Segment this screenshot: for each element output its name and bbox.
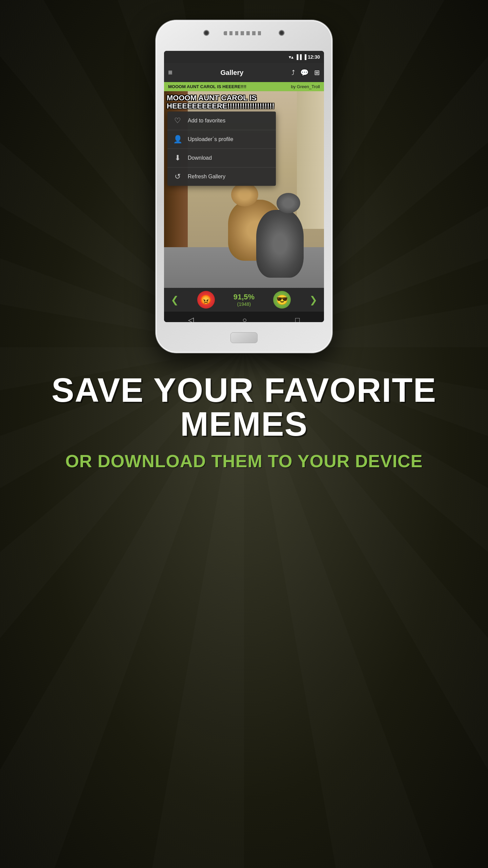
refresh-icon: ↺: [173, 172, 182, 181]
menu-item-refresh[interactable]: ↺ Refresh Gallery: [167, 167, 276, 186]
front-camera: [203, 30, 209, 36]
home-button[interactable]: [230, 332, 258, 343]
menu-item-favorites[interactable]: ♡ Add to favorites: [167, 112, 276, 130]
battery-icon: ▐: [303, 54, 306, 60]
context-menu: ♡ Add to favorites 👤 Upsloader´s profile…: [167, 112, 276, 186]
toolbar-action-icons: ⤴ 💬 ⊞: [291, 68, 320, 77]
clock: 12:30: [308, 54, 320, 60]
rating-display: 91,5% (1948): [233, 293, 255, 307]
status-bar: ▾▴ ▐▐ ▐ 12:30: [164, 51, 324, 63]
phone-device: ▾▴ ▐▐ ▐ 12:30 ≡ Gallery ⤴ 💬 ⊞ MOOOM AUNT…: [156, 20, 332, 353]
heart-plus-icon: ♡: [173, 116, 182, 125]
profile-label: Upsloader´s profile: [188, 136, 233, 142]
refresh-label: Refresh Gallery: [188, 174, 225, 180]
comment-icon[interactable]: 💬: [300, 68, 309, 77]
user-icon: 👤: [173, 135, 182, 144]
bottom-text-section: SAVE YOUR FAVORITE MEMES OR DOWNLOAD THE…: [0, 373, 488, 471]
meme-title: MOOOM AUNT CAROL IS HEEERE!!!!: [168, 84, 246, 89]
toolbar-title: Gallery: [175, 69, 289, 77]
chart-icon[interactable]: ⤴: [291, 69, 295, 77]
sub-headline: OR DOWNLOAD THEM TO YOUR DEVICE: [27, 451, 461, 471]
meme-title-bar: MOOOM AUNT CAROL IS HEEERE!!!! by Green_…: [164, 82, 324, 91]
rating-bar: ❮ 😡 91,5% (1948) 😎 ❯: [164, 288, 324, 312]
back-button[interactable]: ◁: [188, 316, 194, 322]
favorites-label: Add to favorites: [188, 118, 225, 124]
hamburger-menu-icon[interactable]: ≡: [168, 68, 172, 77]
download-icon: ⬇: [173, 154, 182, 162]
speaker-dot: [279, 30, 285, 36]
prev-arrow[interactable]: ❮: [171, 294, 179, 305]
download-label: Download: [188, 155, 212, 161]
android-nav-bar: ◁ ○ □: [164, 312, 324, 322]
phone-screen: ▾▴ ▐▐ ▐ 12:30 ≡ Gallery ⤴ 💬 ⊞ MOOOM AUNT…: [164, 51, 324, 322]
rating-percent: 91,5%: [233, 293, 255, 301]
menu-item-profile[interactable]: 👤 Upsloader´s profile: [167, 130, 276, 149]
status-icons: ▾▴ ▐▐ ▐ 12:30: [289, 54, 320, 60]
signal-icon: ▐▐: [295, 54, 302, 60]
phone-body: ▾▴ ▐▐ ▐ 12:30 ≡ Gallery ⤴ 💬 ⊞ MOOOM AUNT…: [156, 20, 332, 353]
speaker-grille: [224, 31, 264, 35]
menu-item-download[interactable]: ⬇ Download: [167, 149, 276, 167]
next-arrow[interactable]: ❯: [309, 294, 317, 305]
recent-apps-button[interactable]: □: [295, 316, 300, 322]
meme-author: by Green_Troll: [291, 84, 320, 89]
rating-count: (1948): [233, 301, 255, 307]
home-nav-button[interactable]: ○: [242, 316, 247, 322]
grid-view-icon[interactable]: ⊞: [314, 68, 320, 77]
dislike-face[interactable]: 😡: [197, 291, 215, 309]
like-face[interactable]: 😎: [273, 291, 291, 309]
wifi-icon: ▾▴: [289, 54, 293, 60]
main-headline: SAVE YOUR FAVORITE MEMES: [27, 373, 461, 441]
meme-image-area[interactable]: MOOOM AUNT CAROL IS HEEEEEEEEERE!!!!!!!!…: [164, 91, 324, 288]
app-toolbar: ≡ Gallery ⤴ 💬 ⊞: [164, 63, 324, 82]
